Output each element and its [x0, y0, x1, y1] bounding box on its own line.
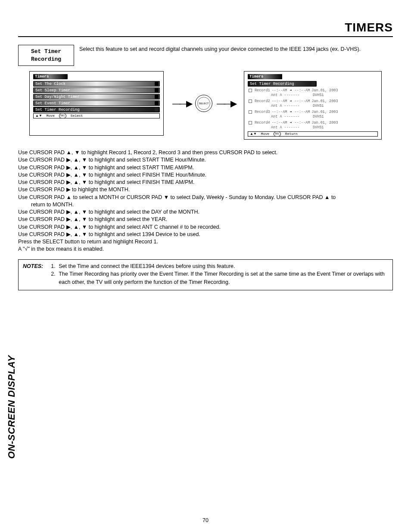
record3-line: Record3 --:--AM ➔ --:--AM Jan.01, 2003	[249, 109, 378, 114]
rec4-t1: --:--AM	[272, 121, 287, 125]
footer-select: Select	[71, 114, 83, 118]
rec1-label: Record1	[255, 88, 270, 93]
arrow-icon: ➔	[290, 88, 292, 93]
arrow-sequence: ——▶ SELECT ——▶	[172, 95, 235, 112]
rec3-t2: --:--AM	[295, 110, 310, 114]
rec4-t2: --:--AM	[295, 121, 310, 125]
footer-return: Return	[285, 132, 298, 136]
osd-right-footer: ▲▼ Move SEL Return	[248, 131, 378, 137]
record3-sub: Ant A ------- DVHS1	[271, 115, 378, 119]
rec3-t1: --:--AM	[272, 110, 287, 114]
select-label: SELECT	[199, 102, 209, 105]
note-2: The Timer Recording has priority over th…	[57, 270, 388, 286]
instruction-steps: Use CURSOR PAD ▲, ▼ to highlight Record …	[18, 149, 393, 253]
step-13: A "√" in the box means it is enabled.	[18, 246, 393, 253]
notes-box: NOTES: Set the Time and connect the IEEE…	[18, 259, 393, 290]
step-9: Use CURSOR PAD ▶, ▲, ▼ to highlight and …	[18, 216, 393, 223]
page-title: TIMERS	[18, 21, 393, 37]
osd-left-header: Timers	[33, 74, 68, 79]
arrow-right-icon: ——▶	[172, 98, 191, 109]
checkbox-icon	[249, 100, 252, 103]
rec3-label: Record3	[255, 110, 270, 114]
feature-line1: Set Timer	[24, 48, 68, 56]
intro-row: Set Timer Recording Select this feature …	[18, 45, 393, 66]
footer-move: Move	[261, 132, 269, 136]
rec4-ant: Ant A -------	[271, 125, 299, 130]
rec2-t2: --:--AM	[295, 99, 310, 103]
rec1-t2: --:--AM	[295, 88, 310, 93]
osd-right-subheader: Set Timer Recording	[248, 81, 317, 87]
osd-item-clock: Set The Clock	[33, 81, 160, 87]
checkbox-icon	[249, 121, 252, 124]
arrow-icon: ➔	[290, 109, 292, 114]
page-number: 70	[0, 517, 411, 523]
step-1: Use CURSOR PAD ▲, ▼ to highlight Record …	[18, 149, 393, 156]
rec1-dev: DVHS1	[313, 93, 324, 97]
record4-line: Record4 --:--AM ➔ --:--AM Jan.01, 2003	[249, 120, 378, 125]
rec2-dev: DVHS1	[313, 104, 324, 108]
arrow-icon: ➔	[290, 99, 292, 103]
side-section-label: ON-SCREEN DISPLAY	[6, 355, 17, 459]
rec4-date: Jan.01, 2003	[311, 121, 338, 125]
rec1-ant: Ant A -------	[271, 93, 299, 97]
note-1: Set the Time and connect the IEEE1394 de…	[57, 262, 388, 271]
step-4: Use CURSOR PAD ▶, ▲, ▼ to highlight and …	[18, 171, 393, 179]
osd-right-header: Timers	[248, 74, 282, 79]
osd-left-panel: Timers Set The Clock Set Sleep Timer Set…	[29, 71, 164, 136]
step-7b: return to MONTH.	[18, 201, 393, 208]
osd-right-panel: Timers Set Timer Recording Record1 --:--…	[244, 71, 382, 140]
rec4-dev: DVHS1	[313, 125, 324, 130]
rec3-date: Jan.01, 2003	[311, 110, 338, 114]
step-10: Use CURSOR PAD ▶, ▲, ▼ to highlight and …	[18, 224, 393, 231]
step-2: Use CURSOR PAD ▶, ▲, ▼ to highlight and …	[18, 156, 393, 164]
arrow-right-icon-2: ——▶	[217, 98, 235, 109]
osd-item-daynight: Set Day/Night Timer	[33, 94, 160, 100]
osd-item-event: Set Event Timer	[33, 100, 160, 106]
step-3: Use CURSOR PAD ▶, ▲, ▼ to highlight and …	[18, 164, 393, 171]
arrow-icon: ➔	[290, 120, 292, 125]
record1-line: Record1 --:--AM ➔ --:--AM Jan.01, 2003	[249, 88, 378, 93]
step-5: Use CURSOR PAD ▶, ▲, ▼ to highlight and …	[18, 179, 393, 186]
notes-label: NOTES:	[23, 262, 43, 286]
updown-icon: ▲▼	[250, 132, 257, 136]
intro-text: Select this feature to set and record di…	[79, 45, 361, 53]
sel-pill-icon: SEL	[59, 113, 66, 118]
rec2-label: Record2	[255, 99, 270, 103]
record2-line: Record2 --:--AM ➔ --:--AM Jan.01, 2003	[249, 99, 378, 103]
footer-move: Move	[47, 114, 55, 118]
rec2-t1: --:--AM	[272, 99, 287, 103]
record4-sub: Ant A ------- DVHS1	[271, 125, 378, 130]
select-button: SELECT	[195, 95, 212, 112]
diagram-row: Timers Set The Clock Set Sleep Timer Set…	[18, 71, 393, 140]
osd-left-footer: ▲▼ Move SEL Select	[33, 113, 160, 118]
osd-item-sleep: Set Sleep Timer	[33, 87, 160, 93]
rec1-t1: --:--AM	[272, 88, 287, 93]
notes-list: Set the Time and connect the IEEE1394 de…	[49, 262, 388, 286]
rec3-ant: Ant A -------	[271, 115, 299, 119]
osd-item-recording: Set Timer Recording	[33, 107, 160, 112]
rec4-label: Record4	[255, 121, 270, 125]
step-12: Press the SELECT button to return and hi…	[18, 238, 393, 246]
step-11: Use CURSOR PAD ▶, ▲, ▼ to highlight and …	[18, 231, 393, 238]
rec2-ant: Ant A -------	[271, 104, 299, 108]
step-6: Use CURSOR PAD ▶ to highlight the MONTH.	[18, 186, 393, 193]
rec1-date: Jan.01, 2003	[311, 88, 338, 93]
step-8: Use CURSOR PAD ▶, ▲, ▼ to highlight and …	[18, 208, 393, 216]
feature-line2: Recording	[24, 56, 68, 63]
updown-icon: ▲▼	[35, 114, 42, 118]
step-7a: Use CURSOR PAD ▲ to select a MONTH or CU…	[18, 194, 393, 201]
checkbox-icon	[249, 110, 252, 114]
record2-sub: Ant A ------- DVHS1	[271, 104, 378, 108]
checkbox-icon	[249, 89, 252, 92]
feature-box: Set Timer Recording	[18, 45, 74, 66]
record1-sub: Ant A ------- DVHS1	[271, 93, 378, 97]
rec3-dev: DVHS1	[313, 115, 324, 119]
rec2-date: Jan.01, 2003	[311, 99, 338, 103]
sel-pill-icon: SEL	[274, 131, 281, 137]
